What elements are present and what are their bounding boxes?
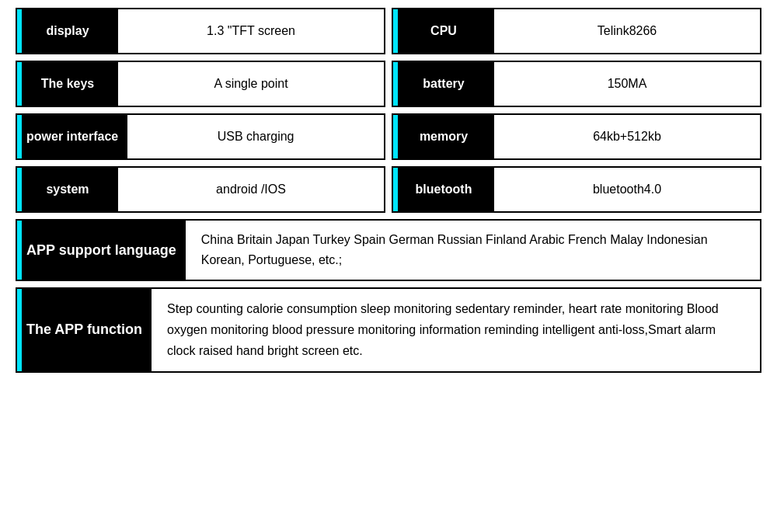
- app-function-value: Step counting calorie consumption sleep …: [152, 289, 760, 371]
- power-label: power interface: [17, 115, 127, 158]
- specs-grid: display 1.3 "TFT screen CPU Telink8266 T…: [16, 8, 761, 213]
- battery-row: battery 150MA: [392, 61, 761, 107]
- system-row: system android /IOS: [16, 166, 385, 213]
- memory-row: memory 64kb+512kb: [392, 113, 761, 160]
- keys-value: A single point: [118, 62, 384, 106]
- power-row: power interface USB charging: [16, 113, 385, 160]
- app-function-row: The APP function Step counting calorie c…: [16, 287, 761, 373]
- system-value: android /IOS: [118, 168, 384, 211]
- bluetooth-row: bluetooth bluetooth4.0: [392, 166, 761, 213]
- cpu-value: Telink8266: [494, 9, 760, 53]
- app-function-label: The APP function: [17, 289, 152, 371]
- memory-value: 64kb+512kb: [494, 115, 760, 158]
- keys-row: The keys A single point: [16, 61, 385, 107]
- battery-label: battery: [393, 62, 494, 106]
- keys-label: The keys: [17, 62, 118, 106]
- power-value: USB charging: [127, 115, 384, 158]
- bluetooth-label: bluetooth: [393, 168, 494, 211]
- display-value: 1.3 "TFT screen: [118, 9, 384, 53]
- memory-label: memory: [393, 115, 494, 158]
- app-support-value: China Britain Japan Turkey Spain German …: [186, 221, 760, 280]
- system-label: system: [17, 168, 118, 211]
- display-label: display: [17, 9, 118, 53]
- bluetooth-value: bluetooth4.0: [494, 168, 760, 211]
- cpu-row: CPU Telink8266: [392, 8, 761, 54]
- cpu-label: CPU: [393, 9, 494, 53]
- app-support-label: APP support language: [17, 221, 186, 280]
- display-row: display 1.3 "TFT screen: [16, 8, 385, 54]
- app-support-row: APP support language China Britain Japan…: [16, 219, 761, 281]
- battery-value: 150MA: [494, 62, 760, 106]
